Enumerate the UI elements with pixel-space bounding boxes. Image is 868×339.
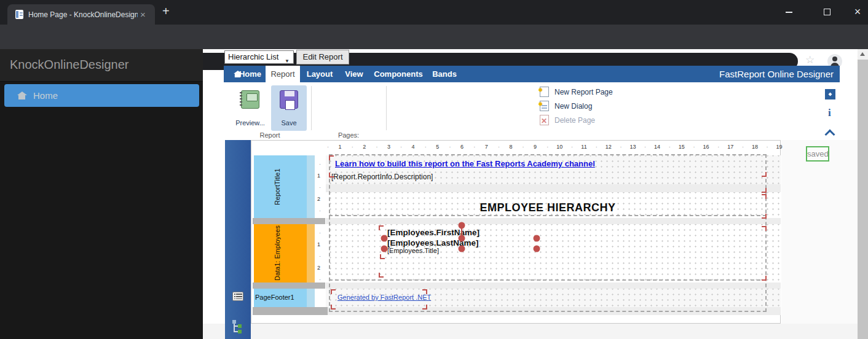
ruler-dot: ·	[473, 144, 475, 150]
band-header-strip	[307, 289, 315, 307]
band-header-reporttitle[interactable]: ReportTitle1	[254, 155, 307, 218]
info-icon[interactable]: i	[828, 107, 831, 119]
ruler-number: 13	[629, 144, 636, 150]
browser-scrollbar[interactable]	[858, 49, 868, 339]
band-header-strip	[307, 155, 315, 218]
ribbon-bar: Home Report Layout View Components Bands…	[224, 66, 840, 82]
ruler-dot: ·	[571, 144, 573, 150]
window-minimize-button[interactable]	[775, 4, 803, 21]
scrollbar-thumb[interactable]	[858, 60, 868, 339]
tab-layout[interactable]: Layout	[301, 66, 338, 82]
tab-close-icon[interactable]: ×	[140, 9, 146, 20]
ruler-number: 2	[317, 196, 320, 202]
ruler-dot: ·	[693, 144, 695, 150]
browser-tabstrip: Home Page - KnockOnlineDesign × + ×	[0, 0, 868, 25]
tab-report[interactable]: Report	[266, 66, 300, 82]
ruler-dot: ·	[352, 144, 353, 150]
ruler-number: 3	[387, 144, 390, 150]
ruler-number: 2	[317, 265, 320, 271]
selection-corner-mark	[422, 305, 427, 310]
selection-handle[interactable]	[459, 246, 465, 252]
ruler-dot: ·	[669, 144, 671, 150]
band-separator[interactable]	[253, 282, 325, 289]
bookmark-star-icon[interactable]: ☆	[805, 53, 815, 66]
properties-icon[interactable]	[232, 292, 243, 301]
group-separator	[311, 86, 312, 130]
edit-report-button[interactable]: Edit Report	[296, 50, 349, 64]
report-tree-icon[interactable]	[232, 320, 242, 333]
ruler-dot: ·	[425, 144, 427, 150]
selection-corner-mark	[762, 172, 767, 177]
group-separator	[386, 86, 387, 130]
browser-navbar: ← → i localhost:51360 ☆ ⋮	[0, 25, 868, 49]
selection-corner-mark	[762, 276, 767, 281]
selection-handle[interactable]	[459, 222, 465, 229]
ruler-number: 1	[317, 241, 320, 247]
title-text-object[interactable]: [Employees.Title]	[387, 247, 439, 254]
selection-handle[interactable]	[381, 246, 388, 252]
new-dialog-icon: ✹	[540, 101, 549, 111]
ruler-number: 14	[654, 144, 660, 150]
selection-corner-mark	[331, 289, 336, 294]
description-text-object[interactable]: [Report.ReportInfo.Description]	[331, 173, 433, 181]
canvas-right-margin	[781, 140, 858, 324]
ruler-number: 5	[436, 144, 439, 150]
window-maximize-button[interactable]	[813, 4, 841, 21]
selection-handle[interactable]	[381, 235, 388, 242]
ruler-dot: ·	[596, 144, 598, 150]
band-separator[interactable]	[253, 307, 328, 315]
fullscreen-icon[interactable]	[825, 89, 835, 99]
tab-bands[interactable]: Bands	[428, 66, 461, 82]
academy-link-text-object[interactable]: Learn how to build this report on the Fa…	[335, 159, 595, 168]
band-ruler-1: ·1·2·	[315, 224, 325, 282]
ruler-number: 9	[534, 144, 537, 150]
window-close-button[interactable]: ×	[843, 4, 868, 21]
ruler-number: 1	[338, 144, 341, 150]
tab-components[interactable]: Components	[370, 66, 427, 82]
tab-home[interactable]: Home	[226, 66, 264, 82]
save-icon	[280, 90, 298, 109]
screen: Home Page - KnockOnlineDesign × + × ← → …	[0, 0, 868, 339]
band-ruler-0: ·1·2·	[315, 155, 325, 218]
ruler-number: 17	[727, 144, 733, 150]
selection-corner-mark	[762, 188, 767, 193]
report-select[interactable]: Hierarchic List▼	[224, 50, 294, 64]
app-title: KnockOnlineDesigner	[10, 58, 128, 72]
brand-title: FastReport Online Designer	[719, 66, 834, 82]
browser-tab[interactable]: Home Page - KnockOnlineDesign ×	[7, 4, 155, 25]
ruler-dot: ·	[400, 144, 402, 150]
selection-corner-mark	[380, 254, 385, 259]
tab-view[interactable]: View	[339, 66, 369, 82]
sidebar-item-home[interactable]: Home	[4, 84, 199, 107]
ruler-number: 2	[363, 144, 366, 150]
band-header-data[interactable]: Data1: Employees	[254, 224, 307, 282]
scrollbar-up-icon[interactable]	[860, 52, 865, 56]
selection-corner-mark	[329, 155, 334, 160]
ruler-number: 4	[412, 144, 415, 150]
ruler-number: 15	[679, 144, 685, 150]
report-title-text-object[interactable]: EMPLOYEE HIERARCHY	[329, 201, 767, 214]
ruler-dot: ·	[319, 184, 321, 190]
ruler-number: 11	[581, 144, 586, 150]
collapse-ribbon-icon[interactable]	[826, 129, 834, 136]
ruler-number: 7	[485, 144, 488, 150]
firstname-text-object[interactable]: [Employees.FirstName]	[387, 228, 479, 237]
save-button[interactable]: Save	[271, 85, 307, 131]
band-ruler-2	[315, 289, 325, 307]
selection-handle[interactable]	[459, 235, 465, 242]
band-separator[interactable]	[253, 218, 325, 224]
preview-button[interactable]: Preview...	[232, 85, 268, 131]
selection-corner-mark	[329, 173, 334, 177]
lastname-text-object[interactable]: [Employees.LastName]	[387, 238, 479, 247]
ruler-number: 12	[606, 144, 612, 150]
band-header-pagefooter[interactable]: PageFooter1	[254, 289, 307, 307]
new-tab-button[interactable]: +	[162, 4, 170, 18]
selection-handle[interactable]	[534, 235, 540, 242]
ruler-dot: ·	[319, 161, 321, 167]
ruler-number: 1	[317, 173, 320, 179]
footer-link-text-object[interactable]: Generated by FastReport .NET	[337, 294, 431, 301]
ruler-dot: ·	[498, 144, 500, 150]
ruler-dot: ·	[319, 230, 321, 236]
selection-handle[interactable]	[534, 246, 540, 252]
ruler-dot: ·	[319, 208, 321, 214]
